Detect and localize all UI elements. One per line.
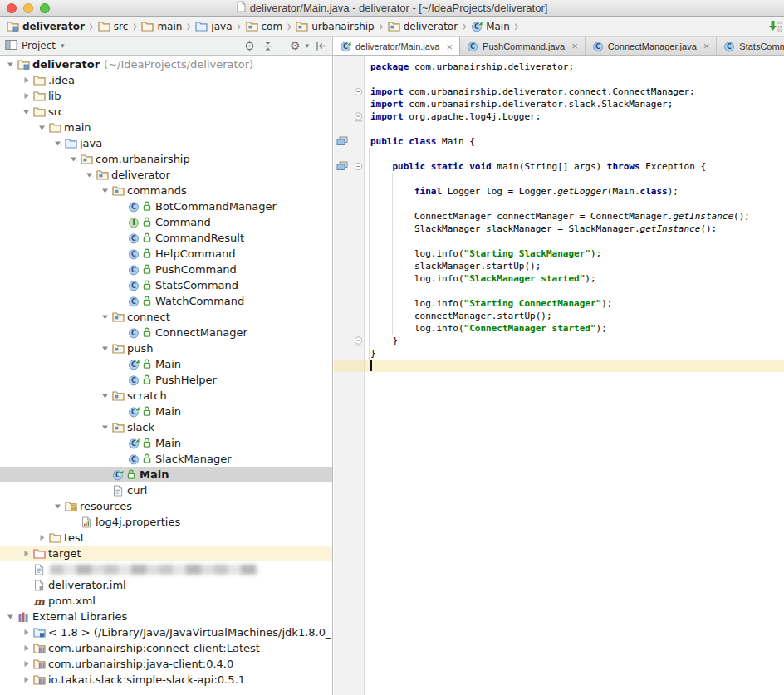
- chevron-collapsed-icon[interactable]: [20, 644, 32, 653]
- chevron-collapsed-icon[interactable]: [36, 533, 48, 542]
- vcs-incoming-icon[interactable]: 011001: [768, 20, 782, 32]
- chevron-expanded-icon[interactable]: [20, 107, 32, 116]
- breadcrumb-item-urbanairship[interactable]: urbanairship: [294, 17, 376, 36]
- zoom-window-button[interactable]: [40, 3, 50, 13]
- tree-row-com.urbanairship-connect-client-latest[interactable]: com.urbanairship:connect-client:Latest: [0, 640, 332, 656]
- code-area[interactable]: package com.urbanairship.deliverator; im…: [365, 61, 784, 372]
- tree-label: < 1.8 > (/Library/Java/JavaVirtualMachin…: [48, 624, 333, 640]
- chevron-collapsed-icon[interactable]: [20, 549, 32, 558]
- breadcrumb-item-src[interactable]: src: [96, 17, 130, 36]
- tree-row-pom.xml[interactable]: mpom.xml: [0, 593, 332, 609]
- fold-marker-icon[interactable]: [354, 162, 363, 171]
- tree-row-io.takari.slack-simple-slack-api-0.5.1[interactable]: io.takari.slack:simple-slack-api:0.5.1: [0, 672, 332, 688]
- chevron-down-icon[interactable]: ▾: [61, 42, 65, 50]
- breadcrumb-item-deliverator[interactable]: deliverator: [5, 17, 86, 36]
- implemented-marker-icon[interactable]: [336, 136, 348, 146]
- editor-tab-pushcommand-java[interactable]: CPushCommand.java×: [460, 37, 586, 56]
- tree-row-redacted[interactable]: [0, 561, 332, 577]
- tree-row-slackmanager[interactable]: CSlackManager: [0, 451, 332, 467]
- tree-row-target[interactable]: target: [0, 546, 332, 561]
- chevron-expanded-icon[interactable]: [4, 612, 17, 621]
- tab-close-icon[interactable]: ×: [703, 41, 710, 51]
- chevron-expanded-icon[interactable]: [99, 312, 111, 321]
- code-editor[interactable]: package com.urbanairship.deliverator; im…: [334, 56, 784, 695]
- fold-marker-icon[interactable]: [354, 87, 363, 96]
- tree-row-main[interactable]: CMain: [0, 356, 332, 372]
- close-window-button[interactable]: [7, 3, 17, 13]
- tree-row-resources[interactable]: resources: [0, 498, 332, 514]
- chevron-collapsed-icon[interactable]: [20, 91, 32, 100]
- tree-row-com.urbanairship[interactable]: com.urbanairship: [0, 151, 332, 167]
- tree-row-connectmanager[interactable]: CConnectManager: [0, 325, 332, 340]
- breadcrumb-item-main[interactable]: CMain: [469, 17, 512, 36]
- chevron-expanded-icon[interactable]: [99, 344, 111, 353]
- chevron-expanded-icon[interactable]: [99, 423, 111, 432]
- tree-row-commands[interactable]: commands: [0, 183, 332, 198]
- chevron-collapsed-icon[interactable]: [20, 675, 32, 684]
- project-tree[interactable]: deliverator(~/IdeaProjects/deliverator).…: [0, 56, 333, 695]
- tree-row-external-libraries[interactable]: External Libraries: [0, 609, 332, 624]
- chevron-collapsed-icon[interactable]: [20, 628, 32, 637]
- tree-row-slack[interactable]: slack: [0, 419, 332, 435]
- tree-row-main[interactable]: CMain: [0, 404, 332, 419]
- tree-row-botcommandmanager[interactable]: CBotCommandManager: [0, 198, 332, 214]
- tree-row-watchcommand[interactable]: CWatchCommand: [0, 293, 332, 309]
- tree-row-commandresult[interactable]: CCommandResult: [0, 230, 332, 246]
- chevron-expanded-icon[interactable]: [36, 123, 48, 132]
- tree-row-scratch[interactable]: scratch: [0, 388, 332, 404]
- tree-row-.idea[interactable]: .idea: [0, 72, 332, 88]
- tree-row-deliverator[interactable]: deliverator(~/IdeaProjects/deliverator): [0, 56, 332, 72]
- tree-row-lib[interactable]: lib: [0, 88, 332, 104]
- chevron-expanded-icon[interactable]: [67, 154, 80, 164]
- chevron-expanded-icon[interactable]: [4, 60, 17, 69]
- project-panel-title[interactable]: Project: [22, 40, 56, 51]
- tree-row-deliverator[interactable]: deliverator: [0, 167, 332, 183]
- tree-row-curl[interactable]: curl: [0, 482, 332, 498]
- tree-row-deliverator.iml[interactable]: deliverator.iml: [0, 577, 332, 593]
- tree-row-pushcommand[interactable]: CPushCommand: [0, 262, 332, 277]
- tab-close-icon[interactable]: ×: [571, 41, 578, 51]
- tree-row-main[interactable]: main: [0, 120, 332, 135]
- breadcrumb-item-com[interactable]: com: [244, 17, 285, 36]
- chevron-expanded-icon[interactable]: [99, 391, 111, 400]
- tree-row-java[interactable]: java: [0, 135, 332, 151]
- breadcrumb-item-deliverator[interactable]: deliverator: [386, 17, 459, 36]
- chevron-collapsed-icon[interactable]: [20, 76, 32, 85]
- tree-row-helpcommand[interactable]: CHelpCommand: [0, 246, 332, 262]
- tree-row-pushhelper[interactable]: CPushHelper: [0, 372, 332, 388]
- tree-row-connect[interactable]: connect: [0, 309, 332, 325]
- tree-row-test[interactable]: test: [0, 530, 332, 546]
- fold-end-marker-icon[interactable]: [354, 112, 363, 122]
- svg-text:C: C: [727, 43, 732, 51]
- tree-row-push[interactable]: push: [0, 340, 332, 356]
- tree-label: resources: [80, 498, 132, 514]
- chevron-expanded-icon[interactable]: [83, 170, 96, 179]
- implemented-marker-icon[interactable]: [336, 161, 348, 171]
- settings-gear-icon[interactable]: ⚙▾: [290, 40, 309, 51]
- minimize-window-button[interactable]: [23, 3, 33, 13]
- chevron-expanded-icon[interactable]: [51, 502, 64, 511]
- tree-row-main[interactable]: CMain: [0, 435, 332, 451]
- fold-end-marker-icon[interactable]: [354, 336, 363, 346]
- breadcrumb-item-java[interactable]: java: [194, 17, 233, 36]
- tree-row-src[interactable]: src: [0, 104, 332, 120]
- breadcrumb-item-main[interactable]: main: [140, 17, 184, 36]
- svg-text:C: C: [595, 43, 600, 51]
- tab-close-icon[interactable]: ×: [447, 42, 453, 52]
- collapse-all-icon[interactable]: [262, 40, 274, 52]
- tree-row-statscommand[interactable]: CStatsCommand: [0, 277, 332, 293]
- tree-row-command[interactable]: ICommand: [0, 214, 332, 230]
- tree-row-log4j.properties[interactable]: log4j.properties: [0, 514, 332, 530]
- hide-left-icon[interactable]: [315, 40, 327, 52]
- editor-tab-statscommand-java[interactable]: CStatsCommand.java: [717, 37, 784, 56]
- tree-row-com.urbanairship-java-client-0.4.0[interactable]: com.urbanairship:java-client:0.4.0: [0, 656, 332, 672]
- chevron-expanded-icon[interactable]: [51, 139, 64, 148]
- editor-tab-deliverator-main-java[interactable]: Cdeliverator/Main.java×: [333, 37, 460, 56]
- editor-gutter[interactable]: [334, 56, 365, 695]
- chevron-expanded-icon[interactable]: [99, 186, 111, 195]
- editor-tab-connectmanager-java[interactable]: CConnectManager.java×: [586, 37, 718, 56]
- locate-icon[interactable]: [243, 40, 256, 52]
- tree-row-main[interactable]: CMain: [0, 467, 332, 482]
- chevron-collapsed-icon[interactable]: [20, 659, 32, 668]
- tree-row--1.8-library-java-javavirtualmachines-jdk1.8.0-7[interactable]: < 1.8 > (/Library/Java/JavaVirtualMachin…: [0, 624, 332, 640]
